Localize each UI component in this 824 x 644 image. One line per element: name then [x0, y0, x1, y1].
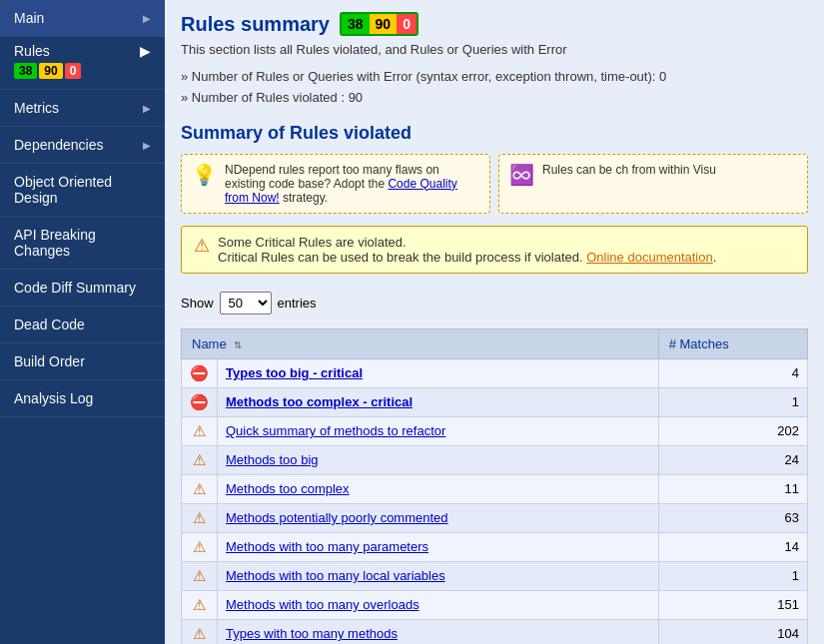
row-name-cell: Methods too complex - critical: [218, 387, 659, 416]
name-column-header[interactable]: Name ⇅: [182, 328, 659, 358]
sidebar-item-metrics[interactable]: Metrics ▶: [0, 90, 165, 127]
chevron-right-icon: ▶: [143, 13, 151, 24]
sidebar-item-label: Dependencies: [14, 137, 104, 153]
row-matches-cell: 4: [658, 358, 807, 387]
rule-name-link[interactable]: Methods too big: [226, 452, 319, 467]
sidebar: Main ▶ Rules ▶ 38 90 0 Metrics ▶ Depende…: [0, 0, 165, 644]
row-matches-cell: 11: [658, 474, 807, 503]
row-name-cell: Types too big - critical: [218, 358, 659, 387]
badge-green: 38: [14, 63, 37, 79]
show-label: Show: [181, 296, 214, 311]
critical-icon: ⛔: [190, 393, 209, 410]
rule-name-link[interactable]: Methods with too many local variables: [226, 568, 445, 583]
row-name-cell: Methods with too many local variables: [218, 561, 659, 590]
sidebar-item-buildorder[interactable]: Build Order: [0, 343, 165, 380]
sidebar-item-rules[interactable]: Rules ▶: [14, 43, 151, 59]
table-controls: Show 50 25 100 entries: [181, 286, 808, 321]
row-matches-cell: 14: [658, 532, 807, 561]
sidebar-item-label: Analysis Log: [14, 390, 93, 406]
rule-name-link[interactable]: Methods too complex - critical: [226, 394, 412, 409]
row-icon-cell: ⚠: [182, 590, 218, 619]
warning-icon-sm: ⚠: [193, 596, 206, 613]
row-name-cell: Methods too complex: [218, 474, 659, 503]
rule-name-link[interactable]: Types too big - critical: [226, 365, 363, 380]
row-name-cell: Types with too many methods: [218, 619, 659, 644]
row-matches-cell: 104: [658, 619, 807, 644]
table-row: ⛔Types too big - critical4: [182, 358, 808, 387]
sidebar-item-analysislog[interactable]: Analysis Log: [0, 380, 165, 417]
tip-link-0[interactable]: Code Quality from Now!: [225, 177, 457, 205]
warning-icon-sm: ⚠: [193, 509, 206, 526]
row-matches-cell: 202: [658, 416, 807, 445]
warning-icon-sm: ⚠: [193, 625, 206, 642]
row-matches-cell: 63: [658, 503, 807, 532]
rule-name-link[interactable]: Quick summary of methods to refactor: [226, 423, 445, 438]
warning-icon-sm: ⚠: [193, 538, 206, 555]
rule-name-link[interactable]: Methods too complex: [226, 481, 350, 496]
sidebar-item-deadcode[interactable]: Dead Code: [0, 307, 165, 343]
row-name-cell: Methods potentially poorly commented: [218, 503, 659, 532]
warning-link[interactable]: Online documentation: [586, 250, 712, 265]
tip-box-0: 💡 NDepend rules report too many flaws on…: [181, 154, 490, 214]
rule-name-link[interactable]: Types with too many methods: [226, 626, 398, 641]
tip-boxes: 💡 NDepend rules report too many flaws on…: [181, 154, 808, 214]
sidebar-item-dependencies[interactable]: Dependencies ▶: [0, 127, 165, 164]
tip-text-0: NDepend rules report too many flaws on e…: [225, 163, 479, 205]
warning-box: ⚠ Some Critical Rules are violated. Crit…: [181, 226, 808, 274]
tip-box-1: ♾️ Rules can be ch from within Visu: [498, 154, 808, 214]
table-row: ⚠Methods too big24: [182, 445, 808, 474]
title-badge-green: 38: [342, 14, 370, 34]
chevron-right-icon: ▶: [143, 103, 151, 114]
page-subtitle: This section lists all Rules violated, a…: [181, 42, 808, 57]
sidebar-item-label: Main: [14, 10, 44, 26]
warning-icon-sm: ⚠: [193, 567, 206, 584]
rule-name-link[interactable]: Methods with too many overloads: [226, 597, 419, 612]
badge-red: 0: [65, 63, 82, 79]
row-icon-cell: ⚠: [182, 474, 218, 503]
sidebar-item-label: Object Oriented Design: [14, 174, 112, 206]
warning-icon-sm: ⚠: [193, 480, 206, 497]
sidebar-item-api[interactable]: API Breaking Changes: [0, 217, 165, 270]
row-matches-cell: 1: [658, 387, 807, 416]
table-row: ⚠Types with too many methods104: [182, 619, 808, 644]
warning-icon: ⚠: [194, 235, 210, 257]
sidebar-item-label: Code Diff Summary: [14, 280, 136, 296]
row-icon-cell: ⛔: [182, 387, 218, 416]
warning-icon-sm: ⚠: [193, 422, 206, 439]
matches-column-header: # Matches: [658, 328, 807, 358]
infinity-icon: ♾️: [509, 163, 534, 187]
bullet-0: Number of Rules or Queries with Error (s…: [181, 67, 808, 88]
sidebar-item-label: API Breaking Changes: [14, 227, 96, 259]
warning-icon-sm: ⚠: [193, 451, 206, 468]
critical-icon: ⛔: [190, 364, 209, 381]
title-badges: 38 90 0: [340, 12, 418, 36]
rule-name-link[interactable]: Methods potentially poorly commented: [226, 510, 448, 525]
row-matches-cell: 24: [658, 445, 807, 474]
row-icon-cell: ⚠: [182, 416, 218, 445]
row-icon-cell: ⚠: [182, 619, 218, 644]
table-row: ⛔Methods too complex - critical1: [182, 387, 808, 416]
rules-table-body: ⛔Types too big - critical4⛔Methods too c…: [182, 358, 808, 644]
row-icon-cell: ⚠: [182, 445, 218, 474]
rule-name-link[interactable]: Methods with too many parameters: [226, 539, 428, 554]
main-content: Rules summary 38 90 0 This section lists…: [165, 0, 824, 644]
title-badge-red: 0: [397, 14, 416, 34]
sidebar-rules-section[interactable]: Rules ▶ 38 90 0: [0, 37, 165, 90]
entries-select[interactable]: 50 25 100: [220, 292, 272, 315]
table-row: ⚠Methods with too many parameters14: [182, 532, 808, 561]
sidebar-item-codediff[interactable]: Code Diff Summary: [0, 270, 165, 307]
bullet-1: Number of Rules violated : 90: [181, 88, 808, 109]
table-header: Name ⇅ # Matches: [182, 328, 808, 358]
sidebar-rules-label: Rules: [14, 43, 50, 59]
info-bullets: Number of Rules or Queries with Error (s…: [181, 67, 808, 109]
row-icon-cell: ⚠: [182, 532, 218, 561]
chevron-right-icon: ▶: [143, 140, 151, 151]
sidebar-item-label: Build Order: [14, 353, 85, 369]
sidebar-item-ood[interactable]: Object Oriented Design: [0, 164, 165, 217]
table-row: ⚠Methods potentially poorly commented63: [182, 503, 808, 532]
row-matches-cell: 151: [658, 590, 807, 619]
table-row: ⚠Methods with too many local variables1: [182, 561, 808, 590]
sidebar-item-label: Dead Code: [14, 317, 85, 332]
sidebar-item-main[interactable]: Main ▶: [0, 0, 165, 37]
warning-text: Some Critical Rules are violated. Critic…: [218, 235, 716, 265]
